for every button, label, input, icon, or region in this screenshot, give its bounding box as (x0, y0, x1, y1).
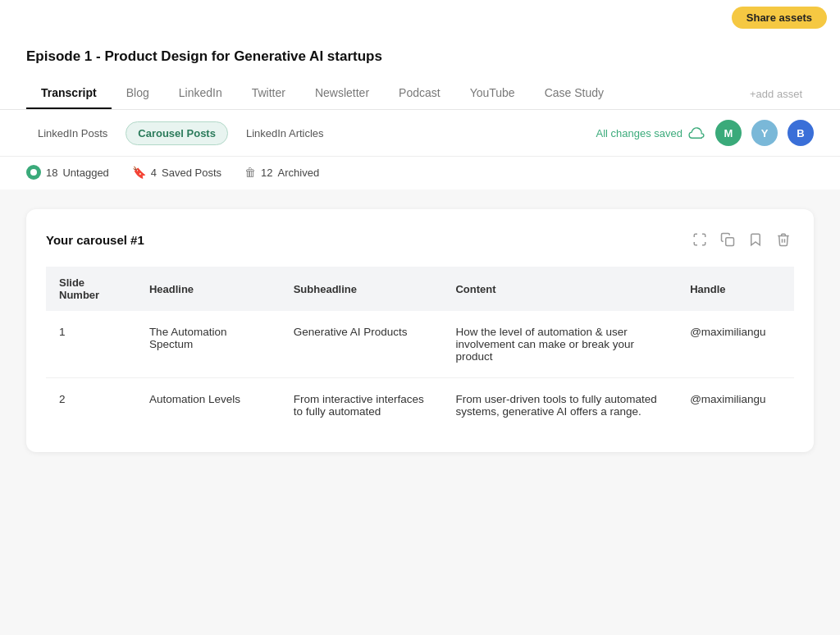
stat-untagged[interactable]: 18 Untagged (26, 165, 109, 180)
tab-twitter[interactable]: Twitter (237, 78, 300, 109)
tabs-row: Transcript Blog LinkedIn Twitter Newslet… (26, 78, 814, 109)
sub-tab-linkedin-posts[interactable]: LinkedIn Posts (26, 122, 119, 144)
tab-case-study[interactable]: Case Study (530, 78, 619, 109)
tab-transcript[interactable]: Transcript (26, 78, 112, 109)
tab-linkedin[interactable]: LinkedIn (164, 78, 237, 109)
avatar-m: M (715, 120, 742, 146)
main-header: Episode 1 - Product Design for Generativ… (0, 35, 840, 110)
cell-headline-1: Automation Levels (136, 378, 281, 433)
carousel-card: Your carousel #1 (26, 209, 814, 452)
carousel-card-header: Your carousel #1 (46, 229, 794, 250)
tab-newsletter[interactable]: Newsletter (300, 78, 384, 109)
tab-youtube[interactable]: YouTube (455, 78, 530, 109)
tab-podcast[interactable]: Podcast (384, 78, 455, 109)
cell-headline-0: The Automation Spectum (136, 311, 281, 378)
table-header-row: Slide Number Headline Subheadline Conten… (46, 267, 794, 311)
stat-saved[interactable]: 🔖 4 Saved Posts (132, 166, 221, 179)
col-header-slide: Slide Number (46, 267, 136, 311)
share-assets-button[interactable]: Share assets (732, 7, 827, 29)
untagged-dot-icon (26, 165, 41, 180)
saved-count: 4 (151, 167, 157, 179)
col-header-content: Content (442, 267, 677, 311)
avatar-y: Y (751, 120, 778, 146)
cell-handle-0: @maximiliangu (677, 311, 794, 378)
page-title: Episode 1 - Product Design for Generativ… (26, 48, 814, 65)
cell-content-1: From user-driven tools to fully automate… (442, 378, 677, 433)
stat-archived[interactable]: 🗑 12 Archived (244, 166, 319, 179)
collapse-button[interactable] (689, 229, 710, 250)
carousel-table: Slide Number Headline Subheadline Conten… (46, 267, 794, 432)
sub-tab-carousel-posts[interactable]: Carousel Posts (126, 121, 228, 145)
stats-bar: 18 Untagged 🔖 4 Saved Posts 🗑 12 Archive… (0, 157, 840, 190)
table-row: 2 Automation Levels From interactive int… (46, 378, 794, 433)
untagged-label: Untagged (62, 167, 108, 179)
delete-button[interactable] (773, 229, 794, 250)
table-row: 1 The Automation Spectum Generative AI P… (46, 311, 794, 378)
archived-count: 12 (261, 167, 272, 179)
sub-tabs: LinkedIn Posts Carousel Posts LinkedIn A… (26, 121, 336, 145)
top-bar: Share assets (0, 0, 840, 35)
add-asset-button[interactable]: +add asset (738, 80, 814, 108)
carousel-title: Your carousel #1 (46, 233, 144, 247)
content-area: Your carousel #1 (0, 190, 840, 472)
saved-status-text: All changes saved (596, 127, 682, 139)
sub-nav-area: LinkedIn Posts Carousel Posts LinkedIn A… (0, 110, 840, 157)
archive-icon: 🗑 (244, 166, 256, 179)
col-header-headline: Headline (136, 267, 281, 311)
cell-subheadline-1: From interactive interfaces to fully aut… (281, 378, 443, 433)
cell-subheadline-0: Generative AI Products (281, 311, 443, 378)
sub-nav-right: All changes saved M Y B (596, 120, 814, 146)
cell-content-0: How the level of automation & user invol… (442, 311, 677, 378)
bookmark-button[interactable] (745, 229, 766, 250)
saved-label: Saved Posts (162, 167, 221, 179)
copy-button[interactable] (717, 229, 738, 250)
cell-slide-1: 2 (46, 378, 136, 433)
card-actions (689, 229, 794, 250)
svg-rect-0 (726, 238, 734, 246)
col-header-handle: Handle (677, 267, 794, 311)
bookmark-icon: 🔖 (132, 166, 146, 179)
saved-status: All changes saved (596, 126, 705, 139)
sub-tab-linkedin-articles[interactable]: LinkedIn Articles (235, 122, 336, 144)
cloud-icon (687, 126, 705, 139)
cell-handle-1: @maximiliangu (677, 378, 794, 433)
tab-blog[interactable]: Blog (112, 78, 164, 109)
archived-label: Archived (278, 167, 320, 179)
avatar-b: B (788, 120, 814, 146)
cell-slide-0: 1 (46, 311, 136, 378)
untagged-count: 18 (46, 167, 57, 179)
col-header-subheadline: Subheadline (281, 267, 443, 311)
